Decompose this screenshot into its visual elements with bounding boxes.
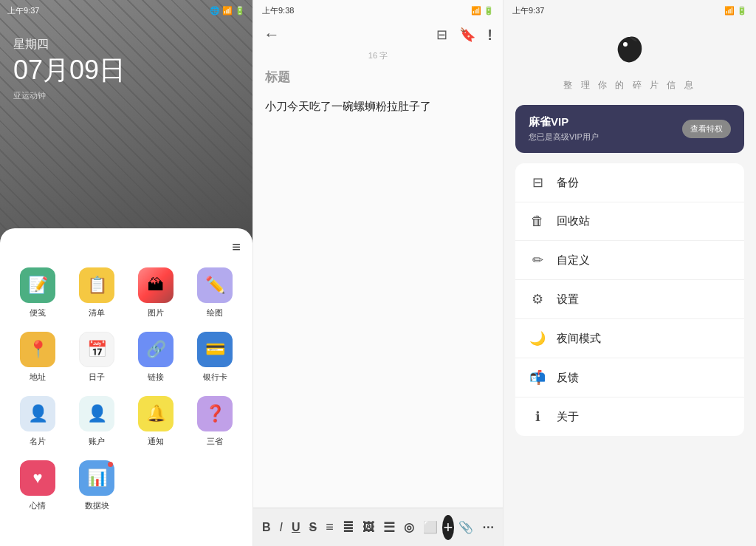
underline-button[interactable]: U — [287, 516, 305, 539]
notif-label: 通知 — [148, 436, 164, 447]
sheet-handle-icon[interactable]: ≡ — [232, 239, 241, 256]
day-icon: 📅 — [79, 332, 114, 367]
settings-label: 设置 — [557, 293, 579, 307]
panel-editor: 上午9:38 📶 🔋 ← ⊟ 🔖 ! 16 字 标题 小刀今天吃了一碗螺蛳粉拉肚… — [252, 0, 504, 546]
menu-item-about[interactable]: ℹ 关于 — [515, 397, 744, 436]
sheet-item-list[interactable]: 📋 清单 — [71, 267, 123, 318]
day-label: 日子 — [89, 372, 105, 383]
data-icon: 📊 — [79, 460, 114, 496]
addr-label: 地址 — [30, 372, 46, 383]
editor-top-right: ⊟ 🔖 ! — [436, 27, 492, 44]
feedback-label: 反馈 — [557, 371, 579, 385]
mood-label: 心情 — [30, 500, 46, 511]
vip-card[interactable]: 麻雀VIP 您已是高级VIP用户 查看特权 — [515, 105, 744, 153]
notif-icon: 🔔 — [138, 396, 173, 431]
sheet-item-mood[interactable]: ♥ 心情 — [12, 460, 63, 511]
draw-label: 绘图 — [207, 307, 223, 318]
back-button[interactable]: ← — [264, 25, 280, 44]
card-label: 名片 — [30, 436, 46, 447]
acct-icon: 👤 — [79, 396, 114, 431]
circle-button[interactable]: ◎ — [399, 516, 419, 539]
clip-button[interactable]: 📎 — [454, 516, 478, 539]
card-icon: 👤 — [20, 396, 55, 431]
menu-tagline: 整 理 你 的 碎 片 信 息 — [563, 79, 695, 92]
link-icon: 🔗 — [138, 332, 173, 367]
about-icon: ℹ — [529, 409, 546, 425]
sheet-item-acct[interactable]: 👤 账户 — [71, 396, 123, 447]
vip-button[interactable]: 查看特权 — [682, 120, 731, 138]
sheet-item-data[interactable]: 📊 数据块 — [71, 460, 123, 511]
bookmark-icon[interactable]: 🔖 — [459, 27, 475, 43]
night-label: 夜间模式 — [557, 332, 601, 346]
editor-status-icons: 📶 🔋 — [471, 6, 494, 16]
editor-time: 上午9:38 — [262, 5, 294, 16]
strikethrough-button[interactable]: S — [305, 516, 322, 539]
split-view-icon[interactable]: ⊟ — [436, 27, 447, 43]
photo-label: 图片 — [148, 307, 164, 318]
more-options-icon[interactable]: ! — [487, 27, 492, 44]
editor-content[interactable]: 小刀今天吃了一碗螺蛳粉拉肚子了 — [253, 92, 503, 508]
shape-button[interactable]: ⬜ — [419, 516, 442, 539]
vip-info: 麻雀VIP 您已是高级VIP用户 — [529, 115, 599, 143]
dots-button[interactable]: ⋯ — [478, 516, 498, 539]
trash-icon: 🗑 — [529, 214, 546, 229]
panel-home: 上午9:37 🌐 📶 🔋 星期四 07月09日 亚运动钟 🧍 ≡ 📝 便笺 📋 — [0, 0, 252, 546]
bold-button[interactable]: B — [258, 516, 275, 539]
app-logo — [611, 31, 649, 76]
backup-icon: ⊟ — [529, 174, 546, 191]
home-time: 上午9:37 — [7, 5, 39, 16]
about-label: 关于 — [557, 410, 579, 424]
menu-item-trash[interactable]: 🗑 回收站 — [515, 202, 744, 241]
photo-icon: 🏔 — [138, 267, 173, 303]
italic-button[interactable]: I — [275, 516, 287, 539]
addr-icon: 📍 — [20, 332, 55, 367]
editor-title[interactable]: 标题 — [253, 66, 503, 92]
note-label: 便笺 — [30, 307, 46, 318]
menu-item-customize[interactable]: ✏ 自定义 — [515, 241, 744, 280]
link-label: 链接 — [148, 372, 164, 383]
sheet-handle-row: ≡ — [12, 239, 241, 256]
menu-item-night[interactable]: 🌙 夜间模式 — [515, 319, 744, 358]
three-icon: ❓ — [197, 396, 233, 431]
backup-label: 备份 — [557, 176, 579, 190]
image-button[interactable]: 🖼 — [358, 516, 379, 539]
menu-item-settings[interactable]: ⚙ 设置 — [515, 280, 744, 319]
sheet-item-addr[interactable]: 📍 地址 — [12, 332, 63, 383]
panel-menu: 上午9:37 📶 🔋 整 理 你 的 碎 片 信 息 麻雀VIP 您已是高级VI… — [504, 0, 756, 546]
sheet-item-photo[interactable]: 🏔 图片 — [130, 267, 182, 318]
sheet-item-draw[interactable]: ✏️ 绘图 — [189, 267, 241, 318]
home-weekday: 星期四 — [13, 37, 126, 52]
three-label: 三省 — [207, 436, 223, 447]
sheet-item-card[interactable]: 👤 名片 — [12, 396, 63, 447]
ordered-list-button[interactable]: ≡ — [321, 515, 338, 539]
editor-bottom-toolbar: B I U S ≡ ≣ 🖼 ☰ ◎ ⬜ + 📎 ⋯ — [253, 508, 503, 546]
vip-subtitle: 您已是高级VIP用户 — [529, 132, 599, 143]
svg-point-0 — [623, 42, 628, 47]
bank-label: 银行卡 — [203, 372, 227, 383]
unordered-list-button[interactable]: ≣ — [338, 515, 358, 540]
customize-label: 自定义 — [557, 253, 590, 267]
editor-toolbar-top: ← ⊟ 🔖 ! — [253, 21, 503, 49]
sheet-item-day[interactable]: 📅 日子 — [71, 332, 123, 383]
char-count: 16 字 — [253, 49, 503, 66]
sheet-item-notif[interactable]: 🔔 通知 — [130, 396, 182, 447]
vip-title: 麻雀VIP — [529, 115, 599, 129]
night-icon: 🌙 — [529, 330, 546, 347]
home-reminder: 亚运动钟 — [13, 90, 126, 101]
align-button[interactable]: ☰ — [379, 515, 399, 540]
menu-item-backup[interactable]: ⊟ 备份 — [515, 163, 744, 202]
add-button[interactable]: + — [442, 515, 454, 540]
home-date-area: 星期四 07月09日 亚运动钟 — [13, 37, 126, 101]
menu-item-feedback[interactable]: 📬 反馈 — [515, 358, 744, 397]
sheet-item-link[interactable]: 🔗 链接 — [130, 332, 182, 383]
sheet-item-three[interactable]: ❓ 三省 — [189, 396, 241, 447]
sheet-item-note[interactable]: 📝 便笺 — [12, 267, 63, 318]
feedback-icon: 📬 — [529, 369, 546, 386]
sheet-item-bank[interactable]: 💳 银行卡 — [189, 332, 241, 383]
note-icon: 📝 — [20, 267, 55, 303]
menu-status-icons: 📶 🔋 — [724, 6, 747, 16]
menu-logo-area: 整 理 你 的 碎 片 信 息 — [504, 21, 756, 99]
status-bar-editor: 上午9:38 📶 🔋 — [253, 0, 503, 21]
draw-icon: ✏️ — [197, 267, 233, 303]
acct-label: 账户 — [89, 436, 105, 447]
